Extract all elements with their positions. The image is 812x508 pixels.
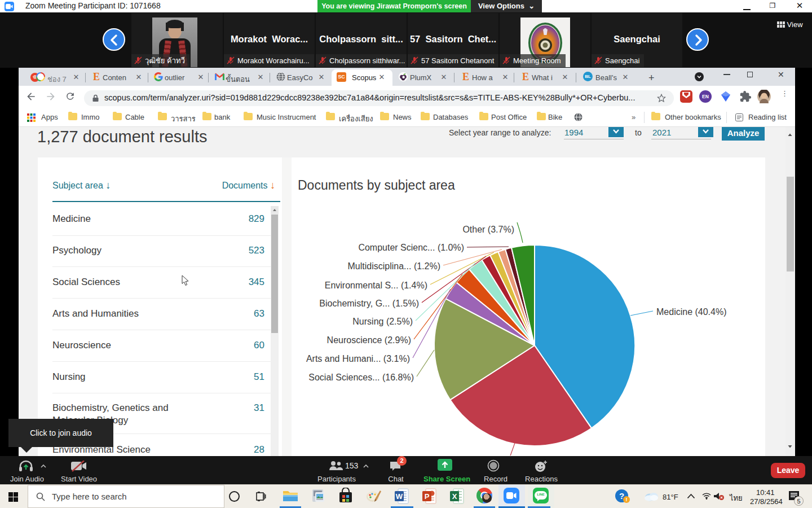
svg-text:Nursing (2.5%): Nursing (2.5%) [352,317,413,326]
svg-text:Other (3.7%): Other (3.7%) [462,225,514,234]
svg-text:Arts and Humani... (3.1%): Arts and Humani... (3.1%) [306,354,410,364]
svg-text:Neuroscience (2.9%): Neuroscience (2.9%) [327,335,411,345]
svg-text:Documents by subject area: Documents by subject area [298,178,455,192]
svg-text:P: P [425,492,430,501]
svg-text:Multidisciplina... (1.2%): Multidisciplina... (1.2%) [348,261,441,271]
svg-text:Environmental S... (1.4%): Environmental S... (1.4%) [325,281,427,290]
svg-text:Computer Scienc... (1.0%): Computer Scienc... (1.0%) [358,243,464,252]
svg-text:X: X [452,492,457,501]
svg-text:Biochemistry, G... (1.5%): Biochemistry, G... (1.5%) [319,299,419,308]
svg-text:W: W [396,492,403,501]
svg-text:Medicine (40.4%): Medicine (40.4%) [656,307,727,317]
svg-text:Social Sciences... (16.8%): Social Sciences... (16.8%) [308,373,414,382]
